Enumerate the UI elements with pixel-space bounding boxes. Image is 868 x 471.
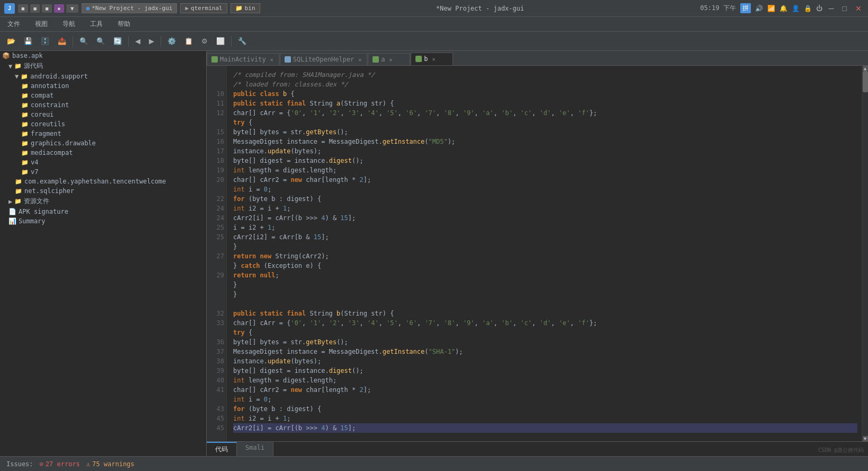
- titlebar: J ■ ■ ■ ● ▼ ● *New Project - jadx-gui ▶ …: [0, 0, 868, 17]
- toolbar-save[interactable]: 💾: [20, 35, 36, 47]
- toolbar-fullscreen[interactable]: ⬜: [212, 35, 228, 47]
- sidebar-item-net-sqlcipher[interactable]: 📁 net.sqlcipher: [0, 186, 206, 196]
- toolbar-search[interactable]: 🔍: [76, 35, 92, 47]
- folder-icon-coreui: 📁: [21, 111, 29, 118]
- taskbar-tab-terminal[interactable]: ▶ qterminal: [180, 3, 227, 13]
- scroll-up-btn[interactable]: ▲: [863, 66, 868, 71]
- taskbar-tab-jadx[interactable]: ● *New Project - jadx-gui: [82, 3, 178, 13]
- network-icon[interactable]: 📶: [767, 5, 775, 12]
- tab-b[interactable]: b ✕: [411, 53, 453, 65]
- code-line: try {: [233, 328, 857, 337]
- taskbar-btn-5[interactable]: ▼: [66, 4, 78, 13]
- bottombar-left: Issues: ⊘ 27 errors ⚠ 75 warnings: [6, 460, 135, 468]
- power-icon[interactable]: ⏻: [816, 5, 822, 12]
- sidebar-item-compat[interactable]: 📁 compat: [0, 91, 206, 100]
- toolbar-save-all[interactable]: 🗄️: [37, 35, 53, 47]
- sidebar-item-annotation[interactable]: 📁 annotation: [0, 81, 206, 91]
- tab-mainactivity-close[interactable]: ✕: [270, 57, 273, 63]
- error-badge: ⊘ 27 errors: [40, 460, 80, 468]
- tab-sqliteopenhelper[interactable]: SQLiteOpenHelper ✕: [280, 53, 368, 65]
- bell-icon[interactable]: 🔔: [780, 5, 787, 12]
- scroll-track: [863, 71, 868, 436]
- tab-b-close[interactable]: ✕: [432, 56, 436, 62]
- tab-mainactivity[interactable]: MainActivity ✕: [207, 53, 279, 65]
- taskbar-tab-bin[interactable]: 📁 bin: [231, 3, 260, 13]
- toolbar-forward[interactable]: ▶: [145, 35, 158, 47]
- tab-a-close[interactable]: ✕: [389, 57, 393, 63]
- toolbar-export[interactable]: 📤: [54, 35, 70, 47]
- sidebar-root[interactable]: 📦 base.apk: [0, 51, 206, 60]
- scroll-thumb[interactable]: [863, 71, 868, 92]
- scrollbar-vertical[interactable]: ▲ ▼: [862, 66, 868, 441]
- code-line: int i2 = i + 1;: [233, 414, 857, 423]
- coreutils-label: coreutils: [31, 120, 65, 128]
- menu-view[interactable]: 视图: [32, 18, 51, 31]
- sidebar-item-android-support[interactable]: ▼ 📁 android.support: [0, 72, 206, 81]
- folder-icon-constraint: 📁: [21, 102, 29, 109]
- tab-b-label: b: [424, 55, 428, 63]
- sidebar-item-coreui[interactable]: 📁 coreui: [0, 110, 206, 119]
- menu-nav[interactable]: 导航: [59, 18, 78, 31]
- code-content[interactable]: /* compiled from: SHA1Manager.java */ /*…: [227, 66, 862, 441]
- constraint-label: constraint: [31, 101, 69, 109]
- code-line: int length = digest.length;: [233, 165, 857, 175]
- code-line: for (byte b : digest) {: [233, 404, 857, 414]
- folder-icon-v7: 📁: [21, 169, 29, 176]
- code-line: byte[] digest = instance.digest();: [233, 156, 857, 165]
- toolbar-open-file[interactable]: 📂: [3, 35, 19, 47]
- sidebar-item-mediacompat[interactable]: 📁 mediacompat: [0, 148, 206, 158]
- sidebar-item-constraint[interactable]: 📁 constraint: [0, 100, 206, 110]
- toolbar-wrench[interactable]: 🔧: [234, 35, 250, 47]
- minimize-button[interactable]: ─: [827, 4, 836, 13]
- taskbar-btn-2[interactable]: ■: [30, 4, 40, 13]
- sidebar-item-summary[interactable]: 📊 Summary: [0, 216, 206, 226]
- sidebar-item-v7[interactable]: 📁 v7: [0, 167, 206, 177]
- sidebar-item-resources[interactable]: ▶ 📁 资源文件: [0, 196, 206, 207]
- lock-icon[interactable]: 🔒: [804, 5, 812, 12]
- v7-label: v7: [31, 168, 38, 176]
- code-line: char[] cArr2 = new char[length * 2];: [233, 175, 857, 185]
- tab-sqlite-close[interactable]: ✕: [358, 57, 361, 63]
- sidebar-item-graphics[interactable]: 📁 graphics.drawable: [0, 138, 206, 148]
- view-tab-smali[interactable]: Smali: [237, 442, 273, 456]
- code-line: public static final String b(String str)…: [233, 309, 857, 318]
- sidebar-item-coreutils[interactable]: 📁 coreutils: [0, 119, 206, 129]
- sidebar-item-v4[interactable]: 📁 v4: [0, 158, 206, 167]
- toolbar-decompile2[interactable]: 📋: [181, 35, 197, 47]
- toolbar-decompile[interactable]: ⚙️: [164, 35, 180, 47]
- apk-icon: 📦: [2, 52, 10, 59]
- menu-file[interactable]: 文件: [4, 18, 23, 31]
- folder-expand-icon-2: ▼: [15, 73, 19, 80]
- v4-label: v4: [31, 159, 38, 166]
- sidebar-item-com-example[interactable]: 📁 com.example.yaphetshan.tencentwelcome: [0, 177, 206, 186]
- menu-help[interactable]: 帮助: [114, 18, 134, 31]
- toolbar-sep-1: [73, 36, 73, 47]
- taskbar-btn-4[interactable]: ●: [54, 4, 64, 13]
- tab-a[interactable]: a ✕: [368, 53, 410, 65]
- menu-tools[interactable]: 工具: [87, 18, 106, 31]
- speaker-icon[interactable]: 🔊: [755, 5, 763, 12]
- toolbar-settings[interactable]: ⚙: [198, 35, 211, 47]
- toolbar-search2[interactable]: 🔍: [93, 35, 109, 47]
- user-icon[interactable]: 👤: [792, 5, 800, 12]
- taskbar-tab-jadx-icon: ●: [86, 5, 90, 12]
- toolbar-refresh[interactable]: 🔄: [110, 35, 126, 47]
- sidebar-item-source[interactable]: ▼ 📁 源代码: [0, 60, 206, 72]
- close-button[interactable]: ✕: [853, 4, 864, 13]
- sidebar-item-apk-signature[interactable]: 📄 APK signature: [0, 207, 206, 216]
- taskbar-tab-jadx-label: *New Project - jadx-gui: [92, 5, 172, 12]
- maximize-button[interactable]: □: [840, 4, 849, 13]
- code-line: int length = digest.length;: [233, 376, 857, 385]
- taskbar-btn-1[interactable]: ■: [18, 4, 28, 13]
- scroll-down-btn[interactable]: ▼: [863, 436, 868, 441]
- code-line: cArr2[i] = cArr[(b >>> 4) & 15];: [233, 423, 857, 433]
- view-tab-code[interactable]: 代码: [207, 442, 237, 456]
- code-line: cArr2[i2] = cArr[b & 15];: [233, 232, 857, 242]
- toolbar-back[interactable]: ◀: [131, 35, 144, 47]
- ime-indicator: 拼: [740, 3, 751, 13]
- code-line: char[] cArr2 = new char[length * 2];: [233, 385, 857, 395]
- code-line: for (byte b : digest) {: [233, 194, 857, 204]
- sidebar-item-fragment[interactable]: 📁 fragment: [0, 129, 206, 138]
- taskbar-btn-3[interactable]: ■: [42, 4, 52, 13]
- folder-icon-res: 📁: [14, 198, 22, 205]
